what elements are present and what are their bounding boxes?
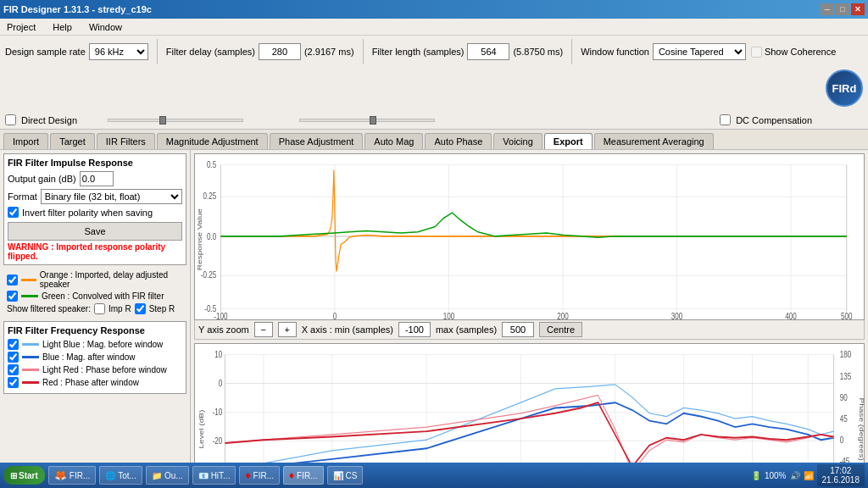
legend-red-checkbox[interactable]	[8, 377, 19, 388]
filter-delay-label: Filter delay (samples)	[166, 47, 255, 57]
legend-orange: Orange : Imported, delay adjusted speake…	[7, 270, 183, 289]
svg-text:-20: -20	[213, 436, 223, 446]
menu-window[interactable]: Window	[86, 20, 125, 34]
step-r-label: Step R	[149, 304, 175, 313]
taskbar-item-2[interactable]: 🌐 Tot...	[99, 466, 142, 485]
volume-icon: 🔊	[790, 471, 800, 480]
legend-blue-text: Blue : Mag. after window	[42, 352, 136, 362]
taskbar-right: 🔋 100% 🔊 📶 17:02 21.6.2018	[751, 464, 865, 486]
legend-orange-checkbox[interactable]	[7, 274, 18, 286]
tab-iir-filters[interactable]: IIR Filters	[97, 133, 155, 149]
svg-text:300: 300	[671, 312, 683, 319]
tab-magnitude-adjustment[interactable]: Magnitude Adjustment	[157, 133, 268, 149]
toolbar-row-2: Direct Design DC Compensation	[5, 114, 863, 125]
svg-text:-100: -100	[214, 312, 227, 319]
legend-blue-checkbox[interactable]	[8, 352, 19, 363]
svg-text:90: 90	[840, 393, 848, 402]
start-button[interactable]: ⊞ Start	[3, 466, 45, 485]
show-coherence-label: Show Coherence	[765, 47, 836, 57]
window-controls: ─ □ ✕	[821, 3, 865, 15]
svg-text:400: 400	[785, 312, 797, 319]
legend-green-color	[21, 295, 38, 297]
output-gain-label: Output gain (dB)	[8, 174, 76, 184]
taskbar-item-4[interactable]: 📧 HiT...	[192, 466, 236, 485]
taskbar-item-6[interactable]: ♦ FIR...	[283, 466, 324, 485]
legend-lightred-checkbox[interactable]	[8, 364, 19, 375]
step-r-checkbox[interactable]	[135, 303, 146, 314]
imp-r-checkbox[interactable]	[94, 303, 105, 314]
dc-compensation-group: DC Compensation	[720, 114, 812, 125]
network-icon: 📶	[804, 471, 814, 480]
invert-polarity-checkbox[interactable]	[8, 207, 19, 218]
y-zoom-minus-button[interactable]: −	[254, 322, 273, 337]
legend-green-text: Green : Convolved with FIR filter	[42, 291, 164, 301]
tab-voicing[interactable]: Voicing	[493, 133, 542, 149]
filter-delay-ms: (2.9167 ms)	[304, 47, 354, 57]
legend-lightblue-checkbox[interactable]	[8, 339, 19, 350]
window-function-label: Window function	[581, 47, 649, 57]
minimize-button[interactable]: ─	[821, 3, 834, 15]
y-zoom-plus-button[interactable]: +	[278, 322, 297, 337]
output-gain-input[interactable]	[80, 171, 114, 186]
clock: 17:02 21.6.2018	[817, 464, 865, 486]
taskbar-item-3[interactable]: 📁 Ou...	[146, 466, 189, 485]
legend-blue-color	[22, 356, 39, 358]
legend-red: Red : Phase after window	[8, 377, 182, 388]
window-function-select[interactable]: Cosine Tapered Hann Hamming Blackman	[653, 43, 746, 60]
tab-auto-phase[interactable]: Auto Phase	[425, 133, 492, 149]
filter-delay-slider[interactable]	[108, 119, 243, 122]
legend-green-checkbox[interactable]	[7, 291, 18, 302]
svg-text:500: 500	[841, 312, 853, 319]
tab-target[interactable]: Target	[50, 133, 95, 149]
direct-design-group: Direct Design	[5, 114, 77, 125]
taskbar-item-7[interactable]: 📊 CS	[327, 466, 364, 485]
show-coherence-group: Show Coherence	[751, 47, 836, 58]
svg-text:Level (dB): Level (dB)	[198, 410, 205, 449]
maximize-button[interactable]: □	[836, 3, 849, 15]
window-title: FIR Designer 1.31.3 - stredy_c19c	[3, 4, 152, 14]
impulse-svg: 0.5 0.25 0.0 -0.25 -0.5 -100 0 100 200 3…	[195, 154, 864, 319]
direct-design-checkbox[interactable]	[5, 114, 16, 125]
impulse-controls: Y axis zoom − + X axis : min (samples) m…	[194, 320, 865, 340]
svg-text:0.0: 0.0	[207, 232, 216, 241]
svg-text:10: 10	[214, 351, 222, 360]
taskbar-item-1[interactable]: 🦊 FIR...	[48, 466, 96, 485]
legend-lightred: Light Red : Phase before window	[8, 364, 182, 375]
toolbar: Design sample rate 96 kHz 44.1 kHz 48 kH…	[0, 36, 868, 130]
x-axis-min-input[interactable]	[398, 322, 431, 337]
svg-text:45: 45	[840, 414, 848, 424]
right-panel: 0.5 0.25 0.0 -0.25 -0.5 -100 0 100 200 3…	[191, 150, 868, 488]
menu-help[interactable]: Help	[49, 20, 75, 34]
separator-1	[157, 39, 158, 64]
save-button[interactable]: Save	[8, 222, 182, 241]
x-axis-max-input[interactable]	[502, 322, 534, 337]
title-bar: FIR Designer 1.31.3 - stredy_c19c ─ □ ✕	[0, 0, 868, 19]
filter-length-slider[interactable]	[299, 119, 435, 122]
tab-import[interactable]: Import	[3, 133, 48, 149]
legend-lightblue-color	[22, 343, 39, 346]
centre-button[interactable]: Centre	[539, 322, 582, 337]
frequency-section: FIR Filter Frequency Response Light Blue…	[3, 321, 186, 394]
legend-lightred-color	[22, 369, 39, 371]
show-coherence-checkbox[interactable]	[751, 47, 762, 58]
legend-lightblue: Light Blue : Mag. before window	[8, 339, 182, 350]
x-axis-max-label: max (samples)	[436, 324, 497, 335]
sample-rate-select[interactable]: 96 kHz 44.1 kHz 48 kHz 192 kHz	[89, 43, 148, 60]
format-select[interactable]: Binary file (32 bit, float) Text file WA…	[41, 189, 182, 204]
menu-project[interactable]: Project	[3, 20, 39, 34]
freq-title: FIR Filter Frequency Response	[8, 325, 182, 336]
taskbar-item-5[interactable]: ♦ FIR...	[239, 466, 280, 485]
show-filtered-label: Show filtered speaker:	[7, 304, 91, 313]
close-button[interactable]: ✕	[851, 3, 865, 15]
tab-auto-mag[interactable]: Auto Mag	[364, 133, 423, 149]
legend-orange-color	[21, 279, 36, 281]
filter-length-input[interactable]	[467, 43, 509, 60]
svg-text:135: 135	[840, 372, 852, 381]
filter-delay-input[interactable]	[259, 43, 301, 60]
tab-phase-adjustment[interactable]: Phase Adjustment	[270, 133, 364, 149]
tab-measurement-averaging[interactable]: Measurement Averaging	[594, 133, 714, 149]
tab-export[interactable]: Export	[544, 133, 593, 149]
filter-length-ms: (5.8750 ms)	[513, 47, 563, 57]
dc-compensation-checkbox[interactable]	[720, 114, 731, 125]
invert-polarity-row: Invert filter polarity when saving	[8, 207, 182, 218]
